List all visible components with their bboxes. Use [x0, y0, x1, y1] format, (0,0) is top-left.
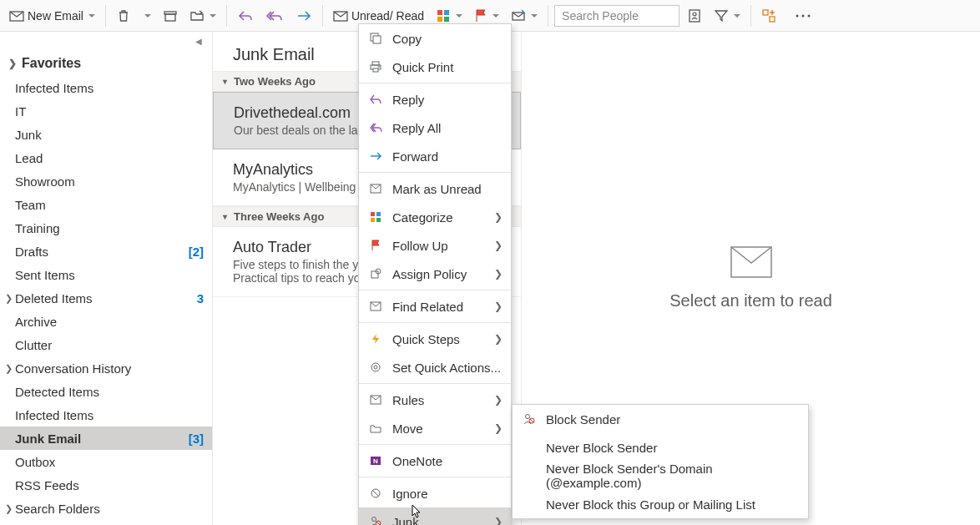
menu-separator: [359, 383, 511, 384]
menu-quick-steps[interactable]: Quick Steps ❯: [359, 325, 511, 353]
search-people-input[interactable]: Search People: [554, 5, 679, 27]
forward-button[interactable]: [291, 5, 316, 27]
menu-move[interactable]: Move ❯: [359, 414, 511, 442]
nav-item[interactable]: Sent Items: [0, 263, 212, 286]
nav-item-label: Drafts: [15, 245, 48, 259]
print-icon: [369, 60, 382, 73]
group-label: Three Weeks Ago: [234, 210, 324, 223]
chevron-right-icon: ❯: [5, 293, 15, 304]
menu-forward[interactable]: Forward: [359, 142, 511, 170]
badge: 3: [197, 291, 204, 305]
nav-item-label: Team: [15, 198, 46, 212]
addins-button[interactable]: [757, 5, 780, 27]
favorites-header[interactable]: ❯ Favorites: [0, 51, 212, 76]
chevron-down-icon: [88, 14, 95, 18]
onenote-icon: N: [369, 454, 382, 467]
filter-button[interactable]: [710, 5, 745, 27]
forward-icon: [296, 8, 312, 23]
trash-icon: [116, 8, 131, 23]
svg-rect-25: [376, 212, 381, 216]
menu-ignore[interactable]: Ignore: [359, 479, 511, 507]
menu-categorize[interactable]: Categorize ❯: [359, 203, 511, 231]
menu-quick-print[interactable]: Quick Print: [359, 53, 511, 81]
svg-rect-18: [373, 36, 381, 43]
new-email-button[interactable]: New Email: [5, 5, 99, 27]
nav-item-label: Lead: [15, 151, 43, 165]
menu-separator: [359, 172, 511, 173]
menu-separator: [359, 444, 511, 445]
submenu-never-block-domain[interactable]: Never Block Sender's Domain (@example.co…: [513, 462, 808, 490]
nav-item[interactable]: Junk Email[3]: [0, 427, 212, 450]
nav-item[interactable]: Infected Items: [0, 76, 212, 99]
submenu-block-sender[interactable]: Block Sender: [513, 405, 808, 433]
menu-reply[interactable]: Reply: [359, 85, 511, 114]
categorize-icon: [436, 8, 451, 23]
ellipsis-icon: [795, 13, 811, 18]
submenu-never-block-sender[interactable]: Never Block Sender: [513, 433, 808, 462]
delete-button[interactable]: [112, 5, 135, 27]
nav-item[interactable]: Infected Items: [0, 403, 212, 427]
reply-all-button[interactable]: [261, 5, 288, 27]
forward-icon: [369, 149, 382, 163]
move-button[interactable]: [185, 5, 220, 27]
nav-item[interactable]: Team: [0, 193, 212, 216]
svg-rect-12: [770, 17, 775, 22]
menu-set-quick-actions[interactable]: Set Quick Actions...: [359, 353, 511, 381]
nav-item[interactable]: IT: [0, 99, 212, 123]
menu-reply-all[interactable]: Reply All: [359, 114, 511, 142]
block-user-icon: [369, 515, 382, 525]
nav-item[interactable]: Outbox: [0, 450, 212, 473]
svg-point-39: [526, 415, 530, 419]
chevron-right-icon: ❯: [5, 503, 15, 514]
menu-assign-policy[interactable]: Assign Policy ❯: [359, 260, 511, 288]
chevron-right-icon: ❯: [494, 333, 503, 345]
filter-icon: [714, 8, 729, 23]
chevron-right-icon: ❯: [494, 268, 503, 280]
nav-item[interactable]: Training: [0, 216, 212, 240]
nav-item[interactable]: Lead: [0, 146, 212, 169]
nav-item[interactable]: ❯Search Folders: [0, 497, 212, 520]
send-receive-button[interactable]: [507, 5, 542, 27]
nav-item[interactable]: ❯Deleted Items3: [0, 286, 212, 310]
submenu-never-block-group[interactable]: Never Block this Group or Mailing List: [513, 490, 808, 518]
menu-copy[interactable]: Copy: [359, 24, 511, 53]
svg-point-13: [796, 14, 799, 17]
address-book-button[interactable]: [683, 5, 706, 27]
categorize-icon: [369, 210, 382, 224]
nav-item[interactable]: ❯Conversation History: [0, 356, 212, 380]
svg-point-14: [802, 14, 805, 17]
policy-icon: [369, 267, 382, 280]
nav-item[interactable]: Archive: [0, 310, 212, 333]
chevron-down-icon: [531, 14, 538, 18]
menu-rules[interactable]: Rules ❯: [359, 386, 511, 414]
svg-rect-2: [165, 14, 175, 21]
reply-all-icon: [265, 8, 284, 23]
menu-find-related[interactable]: Find Related ❯: [359, 292, 511, 321]
reply-button[interactable]: [233, 5, 258, 27]
more-commands-button[interactable]: [791, 10, 816, 22]
menu-mark-unread[interactable]: Mark as Unread: [359, 174, 511, 203]
nav-item[interactable]: Junk: [0, 123, 212, 146]
nav-item-label: Detected Items: [15, 385, 99, 399]
menu-junk[interactable]: Junk ❯: [359, 507, 511, 525]
nav-item[interactable]: RSS Feeds: [0, 473, 212, 497]
archive-button[interactable]: [159, 5, 182, 27]
nav-item[interactable]: Drafts[2]: [0, 240, 212, 263]
nav-item-label: IT: [15, 104, 26, 119]
delete-more-button[interactable]: [139, 11, 155, 21]
nav-item[interactable]: Detected Items: [0, 380, 212, 403]
nav-item-label: Junk Email: [15, 432, 81, 446]
nav-item[interactable]: Clutter: [0, 333, 212, 356]
collapse-nav-button[interactable]: ◀: [0, 32, 212, 51]
nav-item[interactable]: Showroom: [0, 169, 212, 193]
svg-rect-6: [437, 17, 442, 22]
svg-rect-28: [371, 271, 378, 278]
flag-icon: [369, 239, 382, 252]
cursor-icon: [412, 504, 423, 519]
svg-text:N: N: [373, 457, 378, 465]
nav-item-label: Training: [15, 221, 60, 235]
svg-rect-19: [372, 62, 379, 65]
menu-onenote[interactable]: N OneNote: [359, 447, 511, 475]
menu-follow-up[interactable]: Follow Up ❯: [359, 231, 511, 260]
chevron-down-icon: [144, 14, 151, 18]
